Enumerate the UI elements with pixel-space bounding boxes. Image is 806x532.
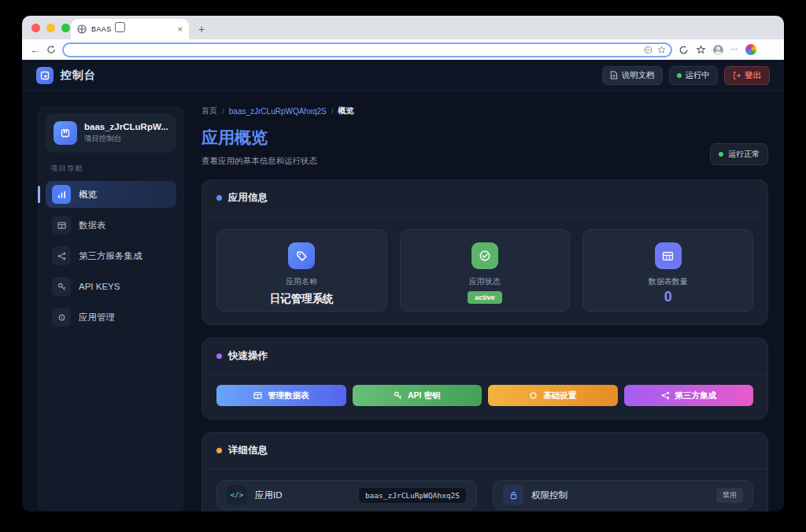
orange-dot-icon (216, 448, 222, 453)
breadcrumb-home[interactable]: 首页 (202, 105, 217, 116)
page-subtitle: 查看应用的基本信息和运行状态 (202, 156, 768, 167)
details-title: 详细信息 (228, 444, 268, 457)
zoom-window-button[interactable] (61, 24, 70, 32)
sidebar: baas_zJrCLuRpW... 项目控制台 项目导航 概览 数据表 (38, 105, 184, 512)
table-count-value: 0 (591, 289, 745, 305)
sidebar-item-integrations[interactable]: 第三方服务集成 (46, 242, 176, 269)
app-root: 控制台 说明文档 运行中 (22, 60, 784, 512)
sidebar-item-api-keys[interactable]: API KEYS (46, 273, 176, 300)
sidebar-item-overview[interactable]: 概览 (46, 181, 176, 208)
health-status-label: 运行正常 (728, 149, 760, 160)
docs-button-label: 说明文档 (622, 70, 655, 81)
active-status-pill: active (468, 291, 502, 304)
page-title: 应用概览 (202, 127, 768, 149)
green-dot-icon (677, 73, 682, 78)
tag-icon (288, 242, 315, 269)
logout-button-label: 登出 (745, 70, 761, 81)
logout-button[interactable]: 登出 (724, 66, 770, 85)
more-menu-icon[interactable]: ⋯ (730, 46, 738, 54)
sidebar-item-label: API KEYS (79, 282, 120, 291)
app-name-card: 应用名称 日记管理系统 (216, 229, 387, 312)
share-icon (52, 246, 71, 265)
detail-label: 权限控制 (531, 490, 568, 501)
card-label: 数据表数量 (591, 276, 745, 287)
browser-logo-icon[interactable] (745, 44, 756, 55)
minimize-window-button[interactable] (46, 24, 55, 32)
sidebar-item-tables[interactable]: 数据表 (46, 212, 176, 238)
close-window-button[interactable] (31, 24, 40, 32)
key-icon (394, 391, 402, 400)
qa-button-label: 管理数据表 (268, 390, 309, 401)
browser-toolbar: ← ⋯ (22, 39, 784, 60)
gear-icon (52, 308, 71, 327)
main-content: 首页 / baas_zJrCLuRpWQAhxq2S / 概览 应用概览 查看应… (202, 105, 768, 512)
project-subtitle: 项目控制台 (84, 134, 168, 144)
browser-tab[interactable]: BAAS × (71, 19, 189, 39)
toolbar-right-icons: ⋯ (678, 44, 756, 55)
browser-window: BAAS × + ← ⋯ (22, 16, 784, 512)
breadcrumb-separator: / (222, 107, 224, 116)
project-card[interactable]: baas_zJrCLuRpW... 项目控制台 (46, 113, 176, 153)
reader-mode-icon[interactable] (644, 46, 653, 54)
table-icon (253, 391, 262, 400)
key-icon (52, 277, 71, 296)
globe-favicon-icon (77, 24, 87, 34)
url-bar[interactable] (62, 42, 672, 57)
app-info-section: 应用信息 应用名称 日记管理系统 (202, 179, 768, 325)
table-count-card: 数据表数量 0 (582, 229, 753, 312)
extensions-star-icon[interactable] (696, 45, 706, 55)
app-status-card: 应用状态 active (400, 229, 571, 312)
docs-button[interactable]: 说明文档 (602, 66, 663, 85)
table-icon (655, 242, 682, 269)
project-name: baas_zJrCLuRpW... (84, 122, 168, 131)
sidebar-item-label: 概览 (79, 189, 97, 201)
traffic-lights[interactable] (31, 24, 70, 32)
nav-section-label: 项目导航 (50, 164, 173, 174)
details-section: 详细信息 </> 应用ID baas_zJrCLuRpWQAhxq2S (202, 432, 768, 512)
document-icon (610, 71, 618, 79)
breadcrumb-project[interactable]: baas_zJrCLuRpWQAhxq2S (229, 107, 327, 116)
running-status-badge: 运行中 (669, 66, 719, 85)
running-status-label: 运行中 (686, 70, 711, 81)
sidebar-item-app-management[interactable]: 应用管理 (46, 304, 176, 331)
tab-close-icon[interactable]: × (178, 24, 183, 34)
manage-tables-button[interactable]: 管理数据表 (216, 385, 346, 406)
permission-row: 权限控制 禁用 (493, 480, 753, 510)
app-info-title: 应用信息 (228, 191, 268, 205)
reload-button[interactable] (46, 45, 56, 54)
logout-icon (733, 72, 741, 79)
code-icon: </> (227, 485, 247, 505)
app-id-value[interactable]: baas_zJrCLuRpWQAhxq2S (358, 487, 467, 504)
card-label: 应用状态 (409, 276, 562, 287)
breadcrumb-separator: / (331, 107, 334, 116)
basic-settings-button[interactable]: 基础设置 (488, 385, 618, 406)
quick-actions-section: 快速操作 管理数据表 API 密钥 基础设置 (202, 338, 768, 419)
qa-button-label: 第三方集成 (675, 390, 717, 401)
qa-button-label: API 密钥 (408, 390, 440, 401)
tab-overview-icon[interactable] (115, 22, 125, 32)
breadcrumb-current: 概览 (338, 105, 354, 116)
third-party-button[interactable]: 第三方集成 (624, 385, 754, 406)
qa-button-label: 基础设置 (543, 390, 576, 401)
app-id-row: </> 应用ID baas_zJrCLuRpWQAhxq2S (216, 480, 477, 510)
app-name-value: 日记管理系统 (225, 292, 379, 306)
check-circle-icon (471, 242, 498, 269)
detail-label: 应用ID (255, 490, 283, 501)
health-status-badge: 运行正常 (710, 143, 768, 165)
api-keys-button[interactable]: API 密钥 (353, 385, 482, 406)
blue-dot-icon (216, 195, 222, 201)
bookmark-star-icon[interactable] (657, 46, 666, 54)
back-button[interactable]: ← (30, 45, 40, 55)
new-tab-button[interactable]: + (198, 23, 205, 35)
sidebar-item-label: 应用管理 (79, 312, 115, 323)
green-dot-icon (719, 152, 723, 157)
share-icon (661, 391, 670, 400)
sync-icon[interactable] (678, 45, 689, 55)
browser-tabstrip: BAAS × + (22, 16, 784, 39)
console-logo-icon (36, 67, 54, 84)
quick-actions-title: 快速操作 (228, 349, 268, 363)
profile-avatar[interactable] (713, 45, 723, 55)
chart-icon (52, 185, 71, 204)
lock-icon (503, 485, 523, 505)
project-box-icon (54, 121, 77, 145)
